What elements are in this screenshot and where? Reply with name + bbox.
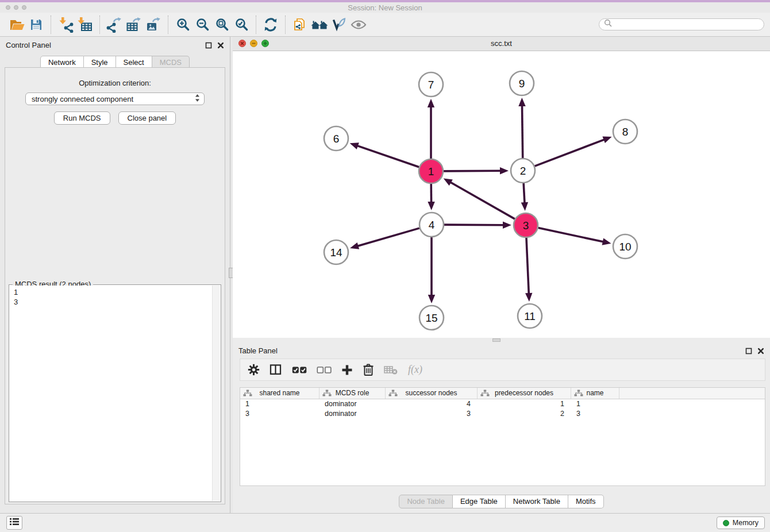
table-tabs: Node TableEdge TableNetwork TableMotifs xyxy=(233,495,770,508)
table-cell[interactable]: 1 xyxy=(478,399,571,409)
float-panel-icon[interactable] xyxy=(205,41,212,51)
mcds-result-list: 13 xyxy=(10,286,220,501)
table-cell[interactable]: 3 xyxy=(386,409,478,419)
edge-3-1[interactable] xyxy=(450,182,515,219)
open-session-icon[interactable] xyxy=(7,16,26,34)
mcds-result-node: 1 xyxy=(10,286,220,297)
edge-1-2[interactable] xyxy=(444,171,501,171)
close-panel-icon[interactable] xyxy=(757,346,764,357)
edge-4-3[interactable] xyxy=(444,225,504,225)
tab-network-table[interactable]: Network Table xyxy=(506,495,568,508)
memory-status-icon xyxy=(723,520,729,526)
zoom-fit-icon[interactable] xyxy=(212,16,232,34)
edge-2-9[interactable] xyxy=(522,105,523,158)
edge-4-14[interactable] xyxy=(357,228,419,246)
control-panel: Control Panel NetworkStyleSelectMCDS Opt… xyxy=(0,37,230,513)
edge-arrowhead xyxy=(500,167,509,174)
control-panel-title: Control Panel xyxy=(6,41,51,49)
edge-arrowhead xyxy=(525,293,532,302)
column-type-icon xyxy=(574,390,583,400)
edge-1-6[interactable] xyxy=(357,145,419,167)
table-cell[interactable]: 3 xyxy=(571,409,619,419)
optimization-criterion-select[interactable]: strongly connected component xyxy=(25,92,205,105)
tab-edge-table[interactable]: Edge Table xyxy=(453,495,506,508)
zoom-selected-icon[interactable] xyxy=(232,16,251,34)
graph-node-label: 14 xyxy=(330,246,342,259)
memory-button[interactable]: Memory xyxy=(717,516,765,529)
zoom-out-icon[interactable] xyxy=(192,16,212,34)
close-panel-icon[interactable] xyxy=(217,41,224,51)
column-header-successor-nodes[interactable]: successor nodes xyxy=(386,388,478,399)
table-cell[interactable]: dominator xyxy=(319,399,386,409)
splitter-handle[interactable] xyxy=(492,338,500,342)
edge-2-8[interactable] xyxy=(535,140,605,167)
table-cell[interactable]: 1 xyxy=(571,399,619,409)
column-header-predecessor-nodes[interactable]: predecessor nodes xyxy=(478,388,571,399)
save-session-icon[interactable] xyxy=(26,16,46,34)
network-canvas[interactable]: 7968124314101511 xyxy=(233,51,770,338)
table-cell[interactable]: dominator xyxy=(319,409,386,419)
new-network-from-selection-icon[interactable] xyxy=(290,16,310,34)
table-cell[interactable]: 1 xyxy=(240,399,319,409)
table-cell[interactable]: 3 xyxy=(240,409,319,419)
column-label: successor nodes xyxy=(405,389,457,397)
network-view-window: scc.txt 7968124314101511 xyxy=(233,37,770,338)
table-cell[interactable]: 4 xyxy=(386,399,478,409)
edge-arrowhead xyxy=(518,98,525,106)
graph-node-label: 3 xyxy=(523,219,529,232)
search-box[interactable] xyxy=(599,18,764,30)
column-type-icon xyxy=(243,390,252,400)
delete-columns-icon[interactable] xyxy=(363,363,374,376)
edge-3-10[interactable] xyxy=(538,228,604,242)
search-icon xyxy=(604,19,613,30)
create-column-icon[interactable] xyxy=(341,364,353,376)
tab-node-table[interactable]: Node Table xyxy=(399,495,453,508)
column-header-mcds-role[interactable]: MCDS role xyxy=(319,388,386,399)
network-graph[interactable]: 7968124314101511 xyxy=(233,51,770,338)
graph-node-label: 6 xyxy=(333,133,340,145)
list-icon xyxy=(9,518,20,528)
run-mcds-button[interactable]: Run MCDS xyxy=(54,111,110,125)
mcds-result-node: 3 xyxy=(10,297,220,307)
import-table-icon[interactable] xyxy=(75,16,95,34)
table-row[interactable]: 1dominator411 xyxy=(240,399,765,409)
tab-motifs[interactable]: Motifs xyxy=(568,495,604,508)
column-header-shared-name[interactable]: shared name xyxy=(240,388,319,399)
edge-arrowhead xyxy=(521,202,528,211)
table-toolbar: f(x) xyxy=(240,358,765,381)
vizmapper-icon[interactable] xyxy=(329,16,349,34)
graph-node-label: 4 xyxy=(429,219,435,231)
show-graphics-details-icon[interactable] xyxy=(349,16,368,34)
export-table-icon[interactable] xyxy=(124,16,144,34)
select-all-columns-icon[interactable] xyxy=(292,366,307,374)
network-title: scc.txt xyxy=(233,39,770,48)
task-history-button[interactable] xyxy=(6,516,22,530)
float-panel-icon[interactable] xyxy=(745,346,752,357)
table-row[interactable]: 3dominator323 xyxy=(240,409,765,419)
export-network-icon[interactable] xyxy=(105,16,124,34)
unselect-all-columns-icon[interactable] xyxy=(317,366,332,374)
export-image-icon[interactable] xyxy=(144,16,163,34)
column-header-name[interactable]: name xyxy=(571,388,619,399)
apply-layout-icon[interactable] xyxy=(261,16,280,34)
edge-arrowhead xyxy=(602,136,611,143)
edge-arrowhead xyxy=(503,222,511,229)
horizontal-splitter[interactable] xyxy=(233,338,770,342)
show-columns-icon[interactable] xyxy=(270,364,282,376)
table-cell[interactable]: 2 xyxy=(478,409,571,419)
function-builder-icon: f(x) xyxy=(407,364,425,376)
column-type-icon xyxy=(322,390,332,400)
select-stepper-icon xyxy=(195,94,200,104)
search-input[interactable] xyxy=(615,20,764,29)
zoom-in-icon[interactable] xyxy=(173,16,192,34)
hide-panels-icon[interactable] xyxy=(310,16,329,34)
graph-node-label: 11 xyxy=(524,310,536,322)
edge-3-11[interactable] xyxy=(526,238,529,294)
close-panel-button[interactable]: Close panel xyxy=(118,111,176,125)
import-network-icon[interactable] xyxy=(56,16,75,34)
node-table[interactable]: shared nameMCDS rolesuccessor nodesprede… xyxy=(240,387,765,486)
edge-2-3[interactable] xyxy=(523,183,525,203)
column-type-icon xyxy=(388,390,398,400)
result-scrollbar[interactable] xyxy=(212,286,220,501)
table-mode-icon[interactable] xyxy=(248,364,260,376)
